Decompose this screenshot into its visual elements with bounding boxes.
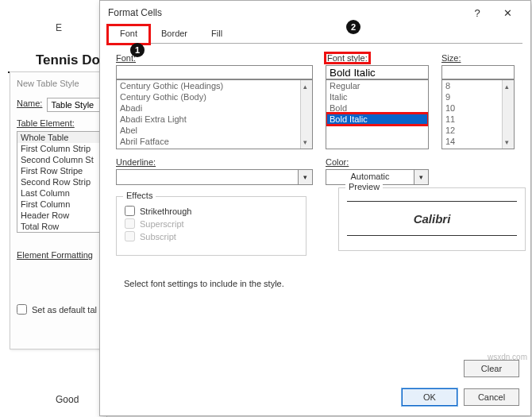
superscript-input	[125, 218, 135, 229]
preview-legend: Preview	[345, 182, 383, 191]
column-header-e: E	[56, 22, 62, 33]
list-item[interactable]: Century Gothic (Body)	[117, 91, 312, 102]
superscript-checkbox: Superscript	[125, 218, 298, 229]
list-item[interactable]: Regular	[326, 80, 428, 91]
title-bar: Format Cells ? ✕	[100, 1, 530, 25]
underline-label: Underline:	[116, 157, 313, 167]
ok-button[interactable]: OK	[402, 388, 457, 406]
tab-font-label: Font	[120, 29, 137, 38]
help-note: Select font settings to include in the s…	[124, 279, 284, 288]
list-item[interactable]: Abadi	[117, 102, 312, 114]
scrollbar[interactable]	[300, 80, 312, 149]
color-label: Color:	[326, 157, 429, 167]
callout-badge-1: 1	[130, 43, 145, 57]
font-column: Font: Century Gothic (Headings) Century …	[116, 53, 313, 185]
font-label: Font:	[116, 53, 313, 63]
font-style-column: Font style: Regular Italic Bold Bold Ita…	[326, 53, 429, 185]
font-input[interactable]	[116, 65, 313, 79]
set-default-label: Set as default tal	[32, 305, 97, 315]
help-button[interactable]: ?	[462, 2, 492, 24]
tab-border[interactable]: Border	[149, 25, 199, 44]
status-good: Good	[56, 394, 79, 405]
color-dropdown-button[interactable]: ▾	[414, 169, 429, 185]
list-item[interactable]: Bold	[326, 102, 428, 114]
preview-group: Preview Calibri	[338, 187, 526, 251]
font-style-input[interactable]	[326, 65, 429, 79]
watermark: wsxdn.com	[488, 353, 527, 361]
size-label: Size:	[441, 53, 515, 63]
list-item[interactable]: Abadi Extra Light	[117, 114, 312, 125]
close-button[interactable]: ✕	[492, 2, 522, 24]
subscript-input	[125, 231, 135, 241]
format-cells-dialog: Format Cells ? ✕ Font Border Fill 2 1 3 …	[99, 0, 531, 416]
size-column: Size: 8 9 10 11 12 14	[441, 53, 515, 185]
tab-fill-label: Fill	[211, 29, 222, 38]
list-item[interactable]: Italic	[326, 91, 428, 102]
dialog-title: Format Cells	[108, 7, 462, 18]
tab-strip: Font Border Fill 2	[108, 25, 522, 44]
underline-dropdown-button[interactable]: ▾	[299, 169, 313, 185]
scrollbar[interactable]	[502, 80, 514, 149]
strikethrough-input[interactable]	[125, 206, 135, 216]
clear-button[interactable]: Clear	[464, 360, 519, 377]
subscript-label: Subscript	[140, 232, 176, 241]
font-style-label: Font style:	[326, 53, 369, 63]
font-listbox[interactable]: Century Gothic (Headings) Century Gothic…	[116, 79, 313, 149]
tab-border-label: Border	[161, 29, 187, 38]
tab-fill[interactable]: Fill	[199, 25, 234, 44]
list-item[interactable]: Abril Fatface	[117, 136, 312, 147]
cancel-button[interactable]: Cancel	[464, 388, 519, 406]
subscript-checkbox: Subscript	[125, 231, 298, 241]
cell-heading: Tennis Do	[36, 52, 100, 68]
font-style-listbox[interactable]: Regular Italic Bold Bold Italic	[326, 79, 429, 149]
cancel-label: Cancel	[478, 392, 505, 402]
name-label: Name:	[17, 98, 42, 108]
size-listbox[interactable]: 8 9 10 11 12 14	[441, 79, 515, 149]
underline-combo[interactable]	[116, 169, 299, 185]
callout-badge-2: 2	[346, 20, 360, 34]
list-item[interactable]: Century Gothic (Headings)	[117, 80, 312, 91]
size-input[interactable]	[441, 65, 515, 79]
clear-label: Clear	[481, 364, 502, 373]
superscript-label: Superscript	[140, 219, 184, 229]
ok-label: OK	[423, 392, 436, 402]
strikethrough-checkbox[interactable]: Strikethrough	[125, 206, 298, 216]
list-item-selected[interactable]: Bold Italic	[326, 114, 428, 125]
strikethrough-label: Strikethrough	[140, 207, 191, 216]
tab-font[interactable]: Font	[108, 25, 149, 44]
list-item[interactable]: Abel	[117, 125, 312, 136]
preview-sample: Calibri	[347, 201, 517, 236]
effects-group: Effects Strikethrough Superscript Subscr…	[116, 196, 306, 256]
set-default-checkbox-input[interactable]	[17, 304, 27, 315]
effects-legend: Effects	[123, 191, 156, 200]
